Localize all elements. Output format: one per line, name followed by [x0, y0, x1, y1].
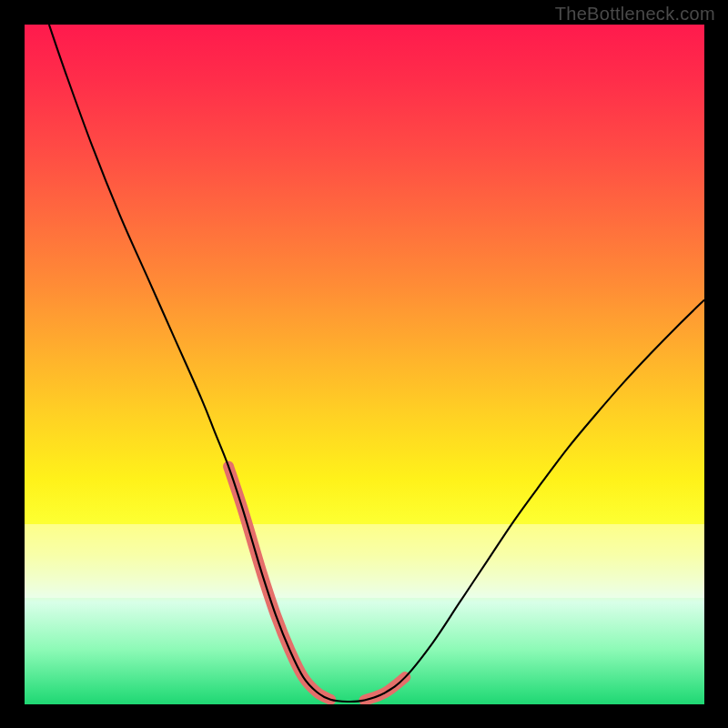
series-highlight-left [228, 467, 330, 700]
series-curve [49, 25, 704, 702]
series-highlight-right [365, 677, 406, 700]
curve-layer [25, 25, 704, 704]
watermark-text: TheBottleneck.com [555, 4, 715, 25]
plot-area [25, 25, 704, 704]
chart-frame: TheBottleneck.com [0, 0, 728, 728]
